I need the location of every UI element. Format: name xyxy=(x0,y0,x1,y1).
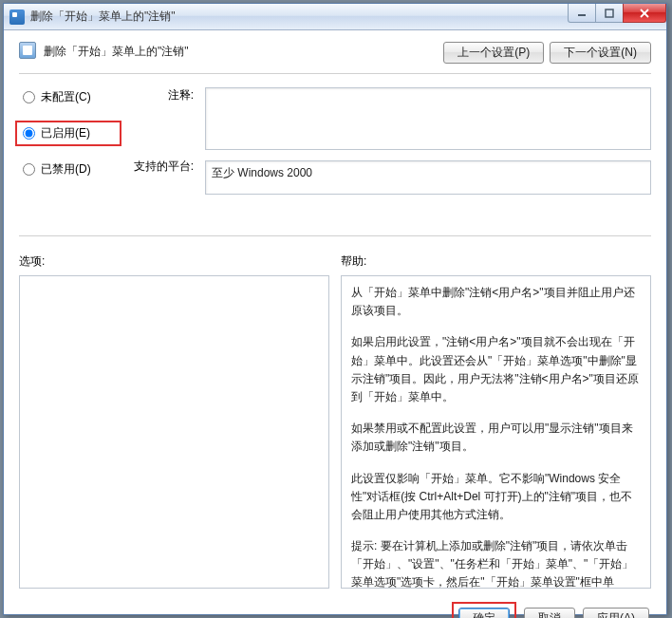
help-label: 帮助: xyxy=(341,253,651,270)
maximize-icon xyxy=(605,9,614,18)
help-paragraph-4: 此设置仅影响「开始」菜单。它不影响"Windows 安全性"对话框(按 Ctrl… xyxy=(351,470,641,525)
window-title: 删除「开始」菜单上的"注销" xyxy=(30,9,176,25)
radio-not-configured-input[interactable] xyxy=(23,91,35,103)
minimize-icon xyxy=(577,9,587,18)
radio-group: 未配置(C) 已启用(E) 已禁用(D) xyxy=(19,87,121,193)
next-setting-button[interactable]: 下一个设置(N) xyxy=(550,42,651,64)
previous-setting-button[interactable]: 上一个设置(P) xyxy=(443,42,544,64)
help-panel[interactable]: 从「开始」菜单中删除"注销<用户名>"项目并阻止用户还原该项目。 如果启用此设置… xyxy=(341,275,651,589)
ok-button[interactable]: 确定 xyxy=(458,608,510,618)
maximize-button[interactable] xyxy=(595,4,624,23)
field-values: 至少 Windows 2000 xyxy=(205,87,651,195)
dialog-window: 删除「开始」菜单上的"注销" 删除「开始」菜单上的"注销" 上一个设置(P) 下… xyxy=(3,3,667,615)
svg-rect-1 xyxy=(606,9,613,17)
radio-disabled-input[interactable] xyxy=(23,163,35,176)
policy-icon xyxy=(19,42,36,59)
app-icon xyxy=(9,9,25,25)
comment-textarea[interactable] xyxy=(205,87,651,150)
ok-label: 确定 xyxy=(473,611,495,618)
help-paragraph-1: 从「开始」菜单中删除"注销<用户名>"项目并阻止用户还原该项目。 xyxy=(351,284,641,320)
policy-title: 删除「开始」菜单上的"注销" xyxy=(44,42,443,60)
supported-label: 支持的平台: xyxy=(133,159,194,175)
content-area: 删除「开始」菜单上的"注销" 上一个设置(P) 下一个设置(N) 未配置(C) … xyxy=(4,30,666,618)
apply-label: 应用(A) xyxy=(597,611,635,618)
next-setting-label: 下一个设置(N) xyxy=(564,46,637,59)
field-labels: 注释: 支持的平台: xyxy=(133,87,194,230)
options-panel[interactable] xyxy=(19,275,329,589)
separator xyxy=(19,73,651,74)
cancel-button[interactable]: 取消 xyxy=(524,608,575,618)
close-button[interactable] xyxy=(623,4,666,23)
supported-platform-text: 至少 Windows 2000 xyxy=(212,166,312,179)
radio-disabled[interactable]: 已禁用(D) xyxy=(19,159,121,179)
radio-enabled-label: 已启用(E) xyxy=(41,125,90,141)
svg-rect-0 xyxy=(578,14,586,16)
ok-highlight-box: 确定 xyxy=(452,602,516,618)
radio-not-configured-label: 未配置(C) xyxy=(41,89,91,105)
separator-2 xyxy=(19,235,651,236)
apply-button[interactable]: 应用(A) xyxy=(583,608,649,618)
previous-setting-label: 上一个设置(P) xyxy=(457,46,530,59)
config-row: 未配置(C) 已启用(E) 已禁用(D) 注释: 支持的平台: 至少 Wind xyxy=(19,87,651,230)
supported-platform-box: 至少 Windows 2000 xyxy=(205,160,651,195)
minimize-button[interactable] xyxy=(568,4,596,23)
radio-enabled[interactable]: 已启用(E) xyxy=(15,121,121,146)
footer-buttons: 确定 取消 应用(A) xyxy=(19,602,651,618)
nav-buttons: 上一个设置(P) 下一个设置(N) xyxy=(443,42,651,64)
radio-enabled-input[interactable] xyxy=(23,127,35,140)
help-paragraph-3: 如果禁用或不配置此设置，用户可以用"显示注销"项目来添加或删除"注销"项目。 xyxy=(351,420,641,456)
radio-disabled-label: 已禁用(D) xyxy=(41,161,91,178)
titlebar[interactable]: 删除「开始」菜单上的"注销" xyxy=(4,4,666,30)
radio-not-configured[interactable]: 未配置(C) xyxy=(19,87,121,107)
close-icon xyxy=(640,9,649,18)
options-label: 选项: xyxy=(19,253,329,270)
window-controls xyxy=(569,4,666,24)
options-column: 选项: xyxy=(19,253,329,589)
cancel-label: 取消 xyxy=(538,611,561,618)
help-paragraph-2: 如果启用此设置，"注销<用户名>"项目就不会出现在「开始」菜单中。此设置还会从"… xyxy=(351,333,641,406)
help-column: 帮助: 从「开始」菜单中删除"注销<用户名>"项目并阻止用户还原该项目。 如果启… xyxy=(341,253,651,589)
header-row: 删除「开始」菜单上的"注销" 上一个设置(P) 下一个设置(N) xyxy=(19,42,651,64)
comment-label: 注释: xyxy=(133,87,194,103)
panels-row: 选项: 帮助: 从「开始」菜单中删除"注销<用户名>"项目并阻止用户还原该项目。… xyxy=(19,253,651,589)
help-paragraph-5: 提示: 要在计算机上添加或删除"注销"项目，请依次单击「开始」、"设置"、"任务… xyxy=(351,537,641,589)
